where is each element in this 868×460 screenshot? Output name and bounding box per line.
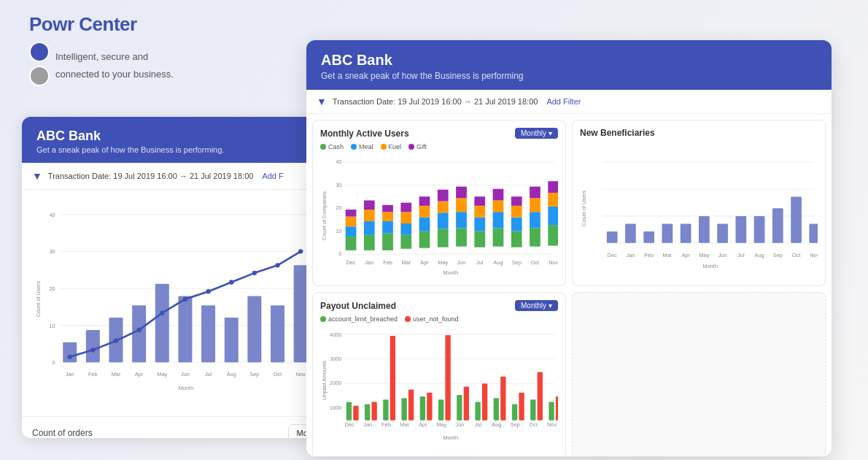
back-add-filter[interactable]: Add F [262, 172, 283, 180]
tagline-line2: connected to your business. [55, 67, 174, 82]
svg-rect-98 [530, 198, 540, 212]
svg-text:May: May [438, 259, 448, 266]
svg-text:30: 30 [336, 182, 341, 188]
svg-text:3000: 3000 [330, 356, 341, 362]
svg-text:May: May [157, 371, 167, 377]
svg-rect-82 [456, 198, 467, 212]
svg-rect-91 [493, 189, 504, 201]
mau-dropdown[interactable]: Monthly ▾ [515, 128, 558, 139]
svg-rect-80 [456, 228, 467, 246]
svg-rect-124 [643, 231, 654, 243]
svg-text:Jan: Jan [626, 252, 635, 258]
mau-title: Monthly Active Users [320, 129, 409, 139]
svg-text:Dec: Dec [346, 259, 356, 266]
svg-text:Jun: Jun [455, 421, 464, 428]
svg-text:Nov: Nov [810, 252, 818, 258]
legend-gift: Gift [408, 143, 427, 150]
back-card-subtitle: Get a sneak peak of how the Business is … [36, 145, 336, 154]
svg-rect-123 [625, 223, 636, 242]
svg-rect-88 [493, 228, 504, 246]
nb-svg: Count of Users [580, 142, 818, 278]
pu-dropdown[interactable]: Monthly ▾ [515, 300, 558, 311]
page-wrapper: Powr Center Intelligent, secure and conn… [0, 0, 868, 460]
svg-text:Oct: Oct [792, 252, 800, 258]
svg-rect-12 [86, 330, 100, 362]
nb-header: New Beneficiaries [580, 128, 818, 138]
svg-rect-66 [382, 212, 393, 221]
svg-rect-85 [474, 218, 485, 231]
svg-text:0: 0 [53, 359, 55, 366]
svg-rect-179 [556, 396, 558, 421]
front-add-filter[interactable]: Add Filter [546, 97, 581, 106]
svg-text:40: 40 [336, 158, 341, 165]
svg-rect-157 [353, 406, 358, 421]
svg-rect-133 [809, 223, 818, 242]
svg-text:Feb: Feb [88, 371, 98, 377]
svg-text:2000: 2000 [330, 380, 341, 386]
nb-chart-container: Count of Users [580, 142, 818, 278]
tagline-line1: Intelligent, secure and [55, 50, 174, 64]
legend-meal: Meal [351, 143, 373, 150]
svg-text:Aug: Aug [755, 252, 764, 258]
svg-text:Month: Month [443, 269, 458, 276]
svg-text:30: 30 [49, 248, 55, 255]
svg-rect-159 [371, 402, 376, 420]
svg-rect-168 [457, 395, 462, 421]
svg-rect-60 [364, 235, 375, 250]
svg-rect-94 [511, 206, 522, 218]
svg-rect-93 [511, 218, 522, 231]
svg-rect-11 [63, 342, 77, 362]
svg-rect-90 [493, 200, 504, 212]
pu-title: Payout Unclaimed [320, 301, 396, 311]
nb-title: New Beneficiaries [580, 128, 655, 138]
svg-text:10: 10 [49, 323, 55, 329]
svg-point-23 [90, 348, 95, 352]
svg-point-30 [252, 271, 257, 275]
svg-text:Apr: Apr [681, 252, 690, 258]
svg-rect-175 [519, 393, 524, 421]
svg-rect-126 [681, 223, 691, 242]
svg-text:10: 10 [336, 228, 341, 234]
svg-text:Jan: Jan [365, 259, 373, 266]
svg-text:Jul: Jul [205, 371, 212, 377]
legend-account-limit: account_limit_breached [320, 315, 398, 323]
mau-chart-container: 40 30 20 10 0 Count of Companies [320, 153, 558, 278]
back-card: ABC Bank Get a sneak peak of how the Bus… [22, 117, 350, 438]
svg-rect-160 [383, 399, 388, 420]
svg-rect-77 [438, 212, 449, 229]
svg-point-22 [68, 355, 72, 359]
svg-text:Nov: Nov [547, 421, 557, 428]
svg-text:Month: Month [443, 434, 458, 441]
svg-text:Jun: Jun [181, 371, 190, 377]
svg-point-28 [206, 289, 210, 294]
svg-rect-75 [419, 196, 430, 206]
svg-rect-101 [548, 207, 558, 225]
header: Powr Center Intelligent, secure and conn… [29, 13, 174, 86]
svg-text:Oct: Oct [531, 259, 539, 266]
mau-svg: 40 30 20 10 0 Count of Companies [320, 153, 558, 278]
svg-rect-127 [699, 216, 710, 243]
svg-text:Sep: Sep [773, 252, 783, 258]
pu-legend: account_limit_breached user_not_found [320, 315, 558, 323]
svg-rect-163 [408, 390, 414, 421]
svg-rect-130 [754, 216, 765, 243]
front-filter-bar: ▼ Transaction Date: 19 Jul 2019 16:00 → … [306, 90, 832, 114]
svg-rect-21 [294, 265, 308, 362]
svg-text:20: 20 [49, 285, 55, 292]
svg-rect-18 [225, 318, 239, 362]
svg-rect-58 [346, 217, 357, 227]
svg-text:Jul: Jul [737, 252, 745, 258]
svg-rect-131 [772, 208, 783, 242]
svg-rect-86 [474, 206, 485, 218]
svg-rect-132 [791, 197, 802, 243]
svg-rect-102 [548, 193, 558, 207]
svg-text:20: 20 [336, 204, 341, 211]
pu-svg: 4000 3000 2000 1000 Unpaid Amounts [320, 326, 558, 451]
pu-chart-container: 4000 3000 2000 1000 Unpaid Amounts [320, 326, 558, 451]
svg-rect-81 [456, 212, 467, 228]
svg-text:Jan: Jan [66, 371, 74, 377]
new-beneficiaries-card: New Beneficiaries Count of Users [572, 120, 826, 286]
back-footer: Count of orders Monthly ▾ [22, 416, 350, 438]
front-filter-icon: ▼ [317, 96, 327, 107]
svg-text:Unpaid Amounts: Unpaid Amounts [321, 361, 328, 400]
